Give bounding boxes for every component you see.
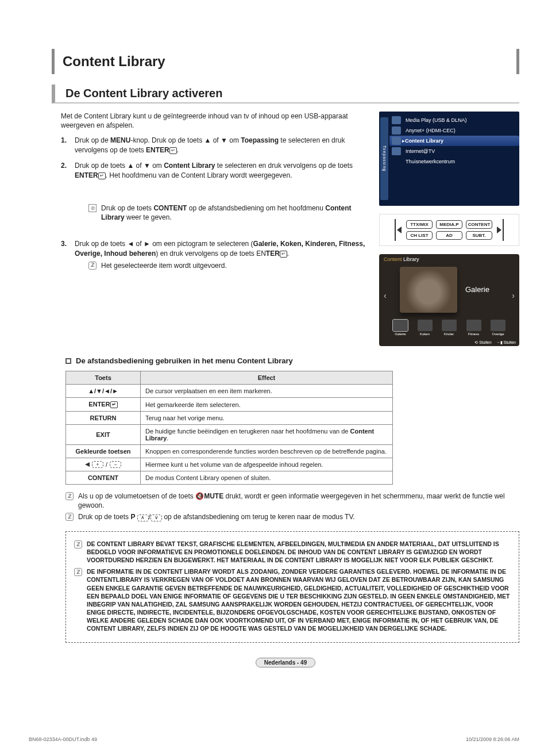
print-footer: BN68-02334A-00DUT.indb 49 10/21/2009 8:2… xyxy=(29,736,519,742)
step-2: Druk op de toets ▲ of ▼ om Content Libra… xyxy=(61,161,369,222)
note-mute: Als u op de volumetoetsen of de toets 🔇M… xyxy=(78,492,519,510)
step-1: Druk op de MENU-knop. Druk op de toets ▲… xyxy=(61,136,369,155)
remote-btn: CH LIST xyxy=(406,231,433,240)
gallery-title: Content Library xyxy=(384,256,419,262)
enter-icon: ↵ xyxy=(110,401,118,408)
note-p: Druk op de toets P ∧/∨ op de afstandsbed… xyxy=(78,512,355,521)
osd-item-selected: ▸ Content Library xyxy=(389,136,519,146)
th-key: Toets xyxy=(66,371,141,385)
remote-btn-content: CONTENT xyxy=(466,220,492,229)
chevron-left-icon: ‹ xyxy=(384,291,387,300)
sub-heading: De afstandsbediening gebruiken in het me… xyxy=(65,356,519,365)
gallery-main-image xyxy=(400,267,457,313)
arrow-left-icon xyxy=(397,227,402,233)
osd-item: Media Play (USB & DLNA) xyxy=(389,115,519,125)
osd-item: Anynet+ (HDMI-CEC) xyxy=(389,125,519,136)
thumb-item: Koken xyxy=(415,320,435,336)
key-colored: Gekleurde toetsen xyxy=(66,445,141,458)
page-marker: Nederlands - 49 xyxy=(256,658,315,667)
enter-icon: ↵ xyxy=(280,251,287,258)
ch-up-icon: ∧ xyxy=(137,515,149,521)
key-return: RETURN xyxy=(66,412,141,425)
remote-btn: AD xyxy=(436,231,462,240)
remote-icon: ⎚ xyxy=(88,204,97,212)
footer-return: ⟲ Sluiten xyxy=(474,340,491,345)
osd-item: Thuisnetwerkcentrum xyxy=(389,156,519,167)
key-exit: EXIT xyxy=(66,425,141,445)
osd-item: Internet@TV xyxy=(389,146,519,156)
ch-down-icon: ∨ xyxy=(150,515,162,521)
intro-text: Met de Content Library kunt u de geïnteg… xyxy=(61,112,369,130)
vol-up-icon: + xyxy=(92,461,103,468)
chevron-right-icon: › xyxy=(512,291,515,300)
key-volume: +/− xyxy=(66,458,141,471)
vol-down-icon: − xyxy=(110,461,121,468)
info-icon: ℤ xyxy=(74,540,82,548)
info-icon: ℤ xyxy=(88,262,97,270)
osd-icon xyxy=(392,126,401,135)
info-icon: ℤ xyxy=(74,568,82,576)
step-3: Druk op de toets ◄ of ► om een pictogram… xyxy=(61,239,369,270)
section-heading: De Content Library activeren xyxy=(52,85,519,103)
key-content: CONTENT xyxy=(66,471,141,485)
gallery-caption: Galerie xyxy=(465,285,489,294)
th-effect: Effect xyxy=(141,371,393,385)
osd-screenshot: Toepassing Media Play (USB & DLNA) Anyne… xyxy=(379,112,519,206)
remote-buttons-diagram: TTX/MIX MEDIA.P CONTENT CH LIST AD SUBT. xyxy=(379,214,519,246)
osd-icon xyxy=(392,137,401,145)
key-arrows: ▲/▼/◄/► xyxy=(66,385,141,398)
remote-btn: SUBT. xyxy=(466,231,492,240)
mute-icon: 🔇 xyxy=(195,492,204,500)
info-icon: ℤ xyxy=(65,513,74,521)
info-icon: ℤ xyxy=(65,492,74,500)
print-file: BN68-02334A-00DUT.indb 49 xyxy=(29,736,97,742)
osd-icon xyxy=(392,116,401,124)
osd-category: Toepassing xyxy=(380,117,388,200)
square-bullet-icon xyxy=(65,358,71,364)
footer-exit: →▮ Sluiten xyxy=(496,340,516,345)
remote-btn: TTX/MIX xyxy=(406,220,433,229)
thumb-item: Overige xyxy=(488,320,508,336)
osd-icon xyxy=(392,147,401,155)
remote-btn: MEDIA.P xyxy=(436,220,462,229)
gallery-screenshot: Content Library Galerie ‹ › Galerie Koke… xyxy=(379,254,519,346)
enter-icon: ↵ xyxy=(98,172,106,179)
thumb-item: Galerie xyxy=(391,320,410,336)
key-enter: ENTER↵ xyxy=(66,398,141,412)
print-timestamp: 10/21/2009 8:26:06 AM xyxy=(466,736,519,742)
disclaimer-box: ℤ DE CONTENT LIBRARY BEVAT TEKST, GRAFIS… xyxy=(65,531,519,643)
note-2: Het geselecteerde item wordt uitgevoerd. xyxy=(101,261,227,270)
thumb-item: Kinder. xyxy=(439,320,459,336)
thumb-item: Fitness xyxy=(464,320,484,336)
remote-table: Toets Effect ▲/▼/◄/► De cursor verplaats… xyxy=(65,371,393,485)
chapter-bar: Content Library xyxy=(52,49,519,74)
speaker-icon xyxy=(85,462,90,467)
enter-icon: ↵ xyxy=(169,147,177,154)
arrow-right-icon xyxy=(497,227,501,233)
chapter-title: Content Library xyxy=(63,53,508,70)
note-1: Druk op de toets CONTENT op de afstandsb… xyxy=(101,204,369,222)
section-title: De Content Library activeren xyxy=(65,87,512,100)
